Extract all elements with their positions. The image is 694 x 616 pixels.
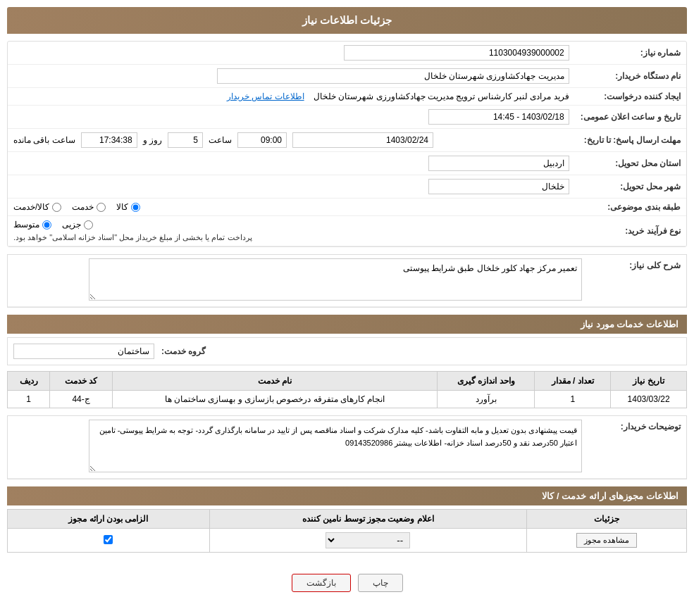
province-value: اردبیل [8, 152, 575, 175]
province-label: استان محل تحویل: [575, 152, 686, 175]
buyer-notes-label: توضیحات خریدار: [588, 416, 686, 479]
category-label: طبقه بندی موضوعی: [575, 199, 686, 216]
info-table: شماره نیاز: 1103004939000002 نام دستگاه … [8, 42, 686, 246]
header-title: جزئیات اطلاعات نیاز [302, 14, 392, 26]
permit-status: -- [209, 529, 526, 553]
need-number-value: 1103004939000002 [120, 42, 575, 65]
purchase-notice: پرداخت تمام یا بخشی از مبلغ خریداز محل "… [13, 233, 252, 242]
col-quantity: تعداد / مقدار [535, 372, 611, 391]
created-by-row: ایجاد کننده درخواست: فرید مرادی لنبر کار… [8, 88, 686, 106]
service-group-label: گروه خدمت: [161, 346, 206, 356]
city-label: شهر محل تحویل: [575, 175, 686, 199]
permits-data-table: جزئیات اعلام وضعیت مجوز توسط نامین کننده… [7, 509, 687, 553]
buyer-org-label: نام دستگاه خریدار: [575, 65, 686, 88]
need-number-row: شماره نیاز: 1103004939000002 [8, 42, 686, 65]
service-group-section: ساختمان گروه خدمت: [7, 337, 687, 365]
services-data-table: تاریخ نیاز تعداد / مقدار واحد اندازه گیر… [7, 371, 687, 408]
services-title: اطلاعات خدمات مورد نیاز [581, 319, 678, 329]
services-table-container: تاریخ نیاز تعداد / مقدار واحد اندازه گیر… [7, 371, 687, 408]
service-group-row: ساختمان گروه خدمت: [13, 344, 681, 359]
deadline-time-remain: 17:34:38 [81, 132, 137, 148]
announce-date-value: 1403/02/18 - 14:45 [8, 106, 575, 129]
deadline-days: 5 [168, 132, 203, 148]
need-desc-row: شرح کلی نیاز: [8, 255, 686, 307]
col-permit-details: جزئیات [526, 510, 686, 529]
service-name: انجام کارهای متفرقه درخصوص بازسازی و بهس… [112, 391, 437, 408]
service-date: 1403/03/22 [611, 391, 687, 408]
purchase-option-motavaset[interactable]: متوسط [13, 220, 51, 230]
spacer [8, 42, 120, 65]
col-permit-status: اعلام وضعیت مجوز توسط نامین کننده [209, 510, 526, 529]
deadline-time: 09:00 [237, 132, 287, 148]
permit-required-checkbox[interactable] [104, 535, 113, 544]
permits-section-header: اطلاعات مجوزهای ارائه خدمت / کالا [7, 486, 687, 505]
purchase-type-row: نوع فرآیند خرید: متوسط جزیی [8, 216, 686, 246]
contact-link[interactable]: اطلاعات تماس خریدار [227, 92, 304, 101]
category-option-kala[interactable]: کالا [116, 202, 140, 212]
announce-date-label: تاریخ و ساعت اعلان عمومی: [575, 106, 686, 129]
service-row-num: 1 [8, 391, 50, 408]
need-number-label: شماره نیاز: [575, 42, 686, 65]
need-desc-label: شرح کلی نیاز: [588, 255, 686, 307]
purchase-type-value: متوسط جزیی پرداخت تمام یا بخشی از مبلغ خ… [8, 216, 575, 246]
col-service-code: کد خدمت [50, 372, 113, 391]
deadline-value: ساعت باقی مانده 17:34:38 روز و 5 ساعت 09… [8, 129, 575, 152]
services-section-header: اطلاعات خدمات مورد نیاز [7, 315, 687, 334]
buyer-notes-value [8, 416, 588, 479]
category-value: کالا/خدمت خدمت کالا [8, 199, 575, 216]
buyer-notes-textarea[interactable] [89, 420, 582, 472]
category-radio-group: کالا/خدمت خدمت کالا [13, 202, 569, 212]
need-number-field: 1103004939000002 [344, 45, 569, 61]
category-option-kala-khadamat[interactable]: کالا/خدمت [13, 202, 61, 212]
services-header-row: تاریخ نیاز تعداد / مقدار واحد اندازه گیر… [8, 372, 687, 391]
bottom-buttons: چاپ بازگشت [7, 563, 687, 603]
deadline-label: مهلت ارسال پاسخ: تا تاریخ: [575, 129, 686, 152]
deadline-days-label: روز و [143, 135, 162, 145]
permits-table-container: جزئیات اعلام وضعیت مجوز توسط نامین کننده… [7, 509, 687, 553]
category-row: طبقه بندی موضوعی: کالا/خدمت خدمت [8, 199, 686, 216]
province-row: استان محل تحویل: اردبیل [8, 152, 686, 175]
purchase-option-jozi[interactable]: جزیی [62, 220, 93, 230]
province-field: اردبیل [428, 156, 569, 171]
created-by-label: ایجاد کننده درخواست: [575, 88, 686, 106]
created-by-value: فرید مرادی لنبر کارشناس ترویج مدیریت جها… [8, 88, 575, 106]
permit-required [8, 529, 210, 553]
permits-header-row: جزئیات اعلام وضعیت مجوز توسط نامین کننده… [8, 510, 687, 529]
main-info-section: شماره نیاز: 1103004939000002 نام دستگاه … [7, 41, 687, 247]
created-by-text: فرید مرادی لنبر کارشناس ترویج مدیریت جها… [314, 92, 569, 101]
need-desc-section: شرح کلی نیاز: [7, 254, 687, 308]
announce-date-field: 1403/02/18 - 14:45 [428, 109, 569, 125]
permit-status-select[interactable]: -- [326, 532, 410, 548]
need-desc-table: شرح کلی نیاز: [8, 255, 686, 307]
need-desc-value [8, 255, 588, 307]
permit-details[interactable]: مشاهده مجوز [526, 529, 686, 553]
category-option-khadamat[interactable]: خدمت [72, 202, 106, 212]
service-quantity: 1 [535, 391, 611, 408]
col-service-name: نام خدمت [112, 372, 437, 391]
col-unit: واحد اندازه گیری [438, 372, 535, 391]
announce-date-row: تاریخ و ساعت اعلان عمومی: 1403/02/18 - 1… [8, 106, 686, 129]
buyer-notes-section: توضیحات خریدار: [7, 415, 687, 479]
service-row: 1403/03/22 1 برآورد انجام کارهای متفرقه … [8, 391, 687, 408]
city-value: خلخال [8, 175, 575, 199]
view-permit-button[interactable]: مشاهده مجوز [576, 533, 637, 548]
need-desc-textarea[interactable] [89, 258, 582, 301]
permits-title: اطلاعات مجوزهای ارائه خدمت / کالا [542, 491, 678, 501]
deadline-remain-label: ساعت باقی مانده [13, 135, 75, 145]
buyer-notes-table: توضیحات خریدار: [8, 416, 686, 479]
service-group-field: ساختمان [13, 344, 154, 359]
print-button[interactable]: چاپ [358, 574, 403, 592]
deadline-row: مهلت ارسال پاسخ: تا تاریخ: ساعت باقی مان… [8, 129, 686, 152]
purchase-type-label: نوع فرآیند خرید: [575, 216, 686, 246]
back-button[interactable]: بازگشت [292, 574, 351, 592]
buyer-notes-row: توضیحات خریدار: [8, 416, 686, 479]
service-code: ج-44 [50, 391, 113, 408]
buyer-org-field: مدیریت جهادکشاورزی شهرستان خلخال [217, 68, 569, 84]
buyer-org-value: مدیریت جهادکشاورزی شهرستان خلخال [8, 65, 575, 88]
col-row-num: ردیف [8, 372, 50, 391]
city-row: شهر محل تحویل: خلخال [8, 175, 686, 199]
col-need-date: تاریخ نیاز [611, 372, 687, 391]
time-label: ساعت [209, 135, 232, 145]
purchase-radio-group: متوسط جزیی [13, 220, 93, 230]
permit-row: مشاهده مجوز -- [8, 529, 687, 553]
